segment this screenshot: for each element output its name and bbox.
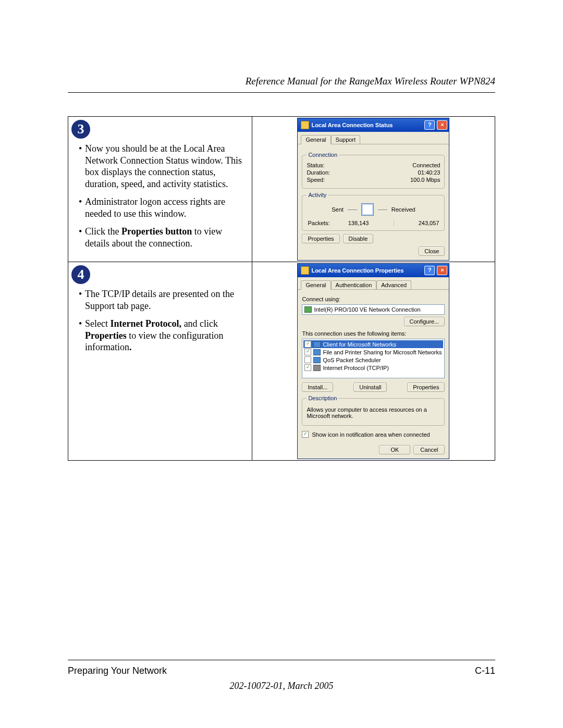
activity-legend: Activity (307, 192, 328, 198)
packets-sent: 138,143 (348, 220, 369, 226)
checkbox-icon[interactable]: ✓ (304, 364, 311, 371)
close-button[interactable]: × (437, 120, 447, 130)
description-legend: Description (307, 395, 338, 401)
tabs: General Support (298, 132, 449, 144)
lan-status-window: Local Area Connection Status ? × General… (297, 118, 449, 261)
duration-label: Duration: (307, 169, 330, 176)
steps-table: 3 Now you should be at the Local Area Ne… (68, 116, 495, 461)
list-item[interactable]: ✓ QoS Packet Scheduler (303, 356, 443, 364)
tabs: General Authentication Advanced (298, 277, 449, 290)
adapter-field: Intel(R) PRO/100 VE Network Connection (302, 304, 445, 315)
doc-header: Reference Manual for the RangeMax Wirele… (68, 76, 495, 93)
packets-label: Packets: (308, 220, 329, 226)
show-icon-checkbox[interactable]: ✓ (302, 431, 309, 438)
divider (348, 209, 357, 210)
tab-general[interactable]: General (301, 135, 331, 144)
adapter-icon (304, 306, 312, 313)
titlebar: Local Area Connection Status ? × (298, 118, 449, 132)
checkbox-icon[interactable]: ✓ (304, 356, 311, 363)
item-label: QoS Packet Scheduler (323, 357, 381, 363)
connection-items-list[interactable]: ✓ Client for Microsoft Networks ✓ File a… (302, 339, 445, 378)
step4-figure-cell: Local Area Connection Properties ? × Gen… (252, 262, 495, 461)
tab-authentication[interactable]: Authentication (331, 280, 377, 289)
step-number-4: 4 (71, 265, 90, 284)
status-value: Connected (412, 162, 440, 168)
disable-button[interactable]: Disable (343, 234, 374, 243)
tab-support[interactable]: Support (331, 135, 361, 144)
connection-legend: Connection (307, 152, 339, 158)
activity-group: Activity Sent Received Packets: 138,143 (302, 192, 445, 231)
duration-value: 01:40:23 (418, 169, 440, 176)
properties-button[interactable]: Properties (302, 234, 339, 243)
step-number-3: 3 (71, 120, 90, 139)
computers-icon (361, 203, 374, 216)
client-icon (313, 341, 321, 348)
service-icon (313, 349, 321, 355)
speed-label: Speed: (307, 177, 325, 183)
divider (378, 209, 387, 210)
item-label: Internet Protocol (TCP/IP) (323, 365, 389, 371)
close-button-2[interactable]: Close (419, 246, 445, 256)
step4-bullet-1: The TCP/IP details are presented on the … (79, 288, 249, 312)
connection-group: Connection Status:Connected Duration:01:… (302, 152, 445, 189)
checkbox-icon[interactable]: ✓ (304, 349, 311, 355)
sent-label: Sent (332, 206, 344, 213)
text: Click the (85, 226, 121, 237)
packets-received: 243,057 (419, 220, 439, 226)
window-title: Local Area Connection Properties (311, 267, 403, 274)
help-button[interactable]: ? (424, 120, 435, 130)
install-button[interactable]: Install... (302, 382, 333, 392)
checkbox-icon[interactable]: ✓ (304, 341, 311, 348)
show-icon-label: Show icon in notification area when conn… (312, 431, 430, 438)
footer-docid: 202-10072-01, March 2005 (68, 681, 495, 692)
received-label: Received (391, 206, 415, 213)
uninstall-button[interactable]: Uninstall (353, 382, 387, 392)
description-group: Description Allows your computer to acce… (302, 395, 445, 426)
help-button[interactable]: ? (424, 266, 435, 275)
text: and click (181, 318, 218, 329)
footer-page-number: C-11 (475, 665, 495, 676)
items-label: This connection uses the following items… (302, 330, 445, 337)
step4-text-cell: 4 The TCP/IP details are presented on th… (68, 262, 252, 461)
adapter-name: Intel(R) PRO/100 VE Network Connection (314, 306, 420, 313)
lan-properties-window: Local Area Connection Properties ? × Gen… (297, 263, 449, 459)
properties-button[interactable]: Properties (407, 382, 445, 392)
list-item[interactable]: ✓ Client for Microsoft Networks (303, 340, 443, 348)
text-bold: Internet Protocol, (110, 318, 181, 329)
step3-figure-cell: Local Area Connection Status ? × General… (252, 117, 495, 262)
page-footer: Preparing Your Network C-11 202-10072-01… (68, 660, 495, 692)
step3-bullet-3: Click the Properties button to view deta… (79, 226, 249, 249)
footer-section-title: Preparing Your Network (68, 665, 167, 676)
titlebar: Local Area Connection Properties ? × (298, 264, 449, 277)
text-bold: Properties button (121, 226, 192, 237)
text-bold: Properties (85, 330, 127, 341)
step3-text-cell: 3 Now you should be at the Local Area Ne… (68, 117, 252, 262)
connect-using-label: Connect using: (302, 296, 445, 302)
service-icon (313, 357, 321, 363)
ok-button[interactable]: OK (379, 445, 410, 454)
speed-value: 100.0 Mbps (410, 177, 440, 183)
list-item[interactable]: ✓ Internet Protocol (TCP/IP) (303, 364, 443, 372)
description-text: Allows your computer to access resources… (307, 406, 440, 419)
window-title: Local Area Connection Status (311, 122, 393, 128)
tab-general[interactable]: General (301, 280, 331, 290)
tab-advanced[interactable]: Advanced (376, 280, 411, 289)
text: Select (85, 318, 110, 329)
step3-bullet-1: Now you should be at the Local Area Netw… (79, 143, 249, 190)
configure-button[interactable]: Configure... (404, 317, 445, 326)
cancel-button[interactable]: Cancel (413, 445, 445, 454)
network-icon (301, 266, 309, 275)
protocol-icon (313, 365, 321, 371)
close-button[interactable]: × (437, 266, 447, 275)
item-label: File and Printer Sharing for Microsoft N… (323, 349, 442, 355)
status-label: Status: (307, 162, 324, 168)
network-icon (301, 121, 309, 129)
step3-bullet-2: Administrator logon access rights are ne… (79, 196, 249, 219)
item-label: Client for Microsoft Networks (323, 341, 396, 348)
text-bold: . (129, 342, 132, 352)
step4-bullet-2: Select Internet Protocol, and click Prop… (79, 318, 249, 353)
list-item[interactable]: ✓ File and Printer Sharing for Microsoft… (303, 348, 443, 356)
divider (394, 220, 394, 226)
